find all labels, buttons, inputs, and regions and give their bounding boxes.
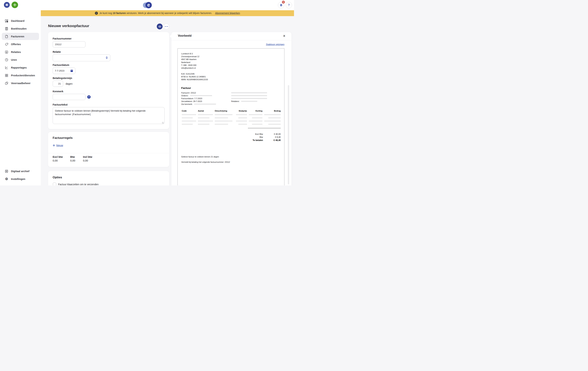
sidebar-item-boekhouden[interactable]: Boekhouden [2,25,39,32]
excl-btw-value: 0,00 [53,159,70,162]
subscription-banner: ! Je kunt nog 10 facturen versturen. Wer… [41,10,294,16]
banner-text: Je kunt nog 10 facturen versturen. Werk … [99,12,212,15]
relatie-placeholder [231,95,267,96]
te-betalen-value: € 48,40 [263,139,281,141]
sidebar: Dashboard Boekhouden Factureren Offertes… [0,10,41,185]
relatienr-label: Relatienr: [231,100,240,103]
invoice-icon [5,35,8,38]
page-title: Nieuwe verkoopfactuur [48,24,89,28]
factuurregels-title: Factuurregels [53,136,73,140]
relatie-placeholder [231,92,267,93]
menu-button[interactable] [4,2,10,8]
sidebar-item-label: Instellingen [11,178,25,180]
sidebar-item-label: Boekhouden [11,27,27,30]
calendar-icon [70,69,73,72]
logo-letter: e [147,3,150,7]
line-totals: Excl btw0,00 Btw0,00 Incl btw0,00 [53,155,92,162]
clock-icon [5,58,8,62]
sidebar-item-label: Factureren [11,35,24,38]
change-template-link[interactable]: Sjabloon wijzigen [266,43,284,46]
notification-count-badge: 5 [282,0,285,4]
upgrade-subscription-link[interactable]: Abonnement bijwerken [215,12,240,15]
contact-card-icon [5,50,8,54]
gear-icon: ⚙ [5,177,8,181]
sidebar-item-offertes[interactable]: Offertes [2,40,39,48]
factuur-klaarzetten-checkbox[interactable] [53,183,56,185]
te-betalen-label: Te betalen [240,139,263,141]
opties-card: Opties Factuur klaarzetten om te verzend… [48,171,169,185]
sidebar-item-relaties[interactable]: Relaties [2,48,39,56]
divider [171,40,292,40]
sidebar-item-label: Digitaal archief [11,170,30,173]
col-omschrijving: Omschrijving [215,110,234,112]
sidebar-item-label: Rapportages [11,66,27,69]
relatie-placeholder [231,98,267,99]
close-icon[interactable]: ✕ [282,33,286,39]
vault-icon [5,170,8,173]
company-registration-block: KvK: 51412345 BTW-nr: NL8500.12.345B01 I… [181,72,208,81]
placeholder-row [182,120,281,121]
sidebar-item-dashboard[interactable]: Dashboard [2,17,39,24]
col-korting: Korting [247,110,262,112]
sidebar-item-factureren[interactable]: Factureren [2,33,39,40]
factuurtekst-textarea[interactable]: Gelieve factuur te voldoen binnen [Betal… [53,107,165,124]
sidebar-item-label: Voorraadbeheer [11,82,31,85]
kenmerk-label: Kenmerk [53,90,63,93]
tag-icon [5,42,8,46]
factuurdatum-label: Factuurdatum [53,64,69,66]
sidebar-item-label: Uren [11,59,17,61]
chevron-updown-icon [105,56,108,59]
app-logo[interactable]: e [143,2,152,9]
help-button[interactable]: ? [286,2,292,8]
totals-rule [248,128,281,128]
chart-icon [5,66,8,70]
sidebar-item-producten-diensten[interactable]: Producten/diensten [2,72,39,79]
placeholder-row [182,117,281,118]
more-actions-button[interactable] [164,24,169,30]
relatie-label: Relatie [53,50,61,53]
preview-toggle-button[interactable] [157,24,163,30]
kenmerk-help-icon[interactable]: ? [87,95,91,99]
quick-add-button[interactable] [11,2,18,8]
invoice-lines-table: Code Aantal Omschrijving Stukprijs Korti… [182,110,281,125]
relatienr-placeholder [241,101,257,102]
invoice-footer-line: Gelieve factuur te voldoen binnen 21 dag… [181,156,219,158]
sidebar-item-label: Offertes [11,43,21,46]
placeholder-row [182,114,281,115]
plus-icon [13,3,16,6]
checkbox-label: Factuur klaarzetten om te verzenden [58,183,99,186]
panel-scrollbar[interactable] [288,85,289,184]
eye-icon [158,25,161,28]
invoice-totals: Excl Btw€ 40,00 Btw€ 8,40 Te betalen€ 48… [181,132,281,142]
panel-notch [170,35,173,38]
sidebar-item-digitaal-archief[interactable]: Digitaal archief [2,168,39,175]
btw-total-value: € 8,40 [263,136,281,138]
calculator-icon [5,27,8,30]
relatie-select[interactable] [53,54,110,61]
invoice-meta-left: Factuurnr: 23112 Ordernr: Factuurdatum: … [181,91,216,106]
textarea-resize-handle[interactable] [162,122,164,124]
placeholder-row [182,124,281,125]
betalingstermijn-label: Betalingstermijn [53,77,72,80]
factuurnummer-label: Factuurnummer [53,37,72,40]
add-line-link[interactable]: Nieuw [53,144,63,147]
opties-title: Opties [53,176,62,179]
invoice-title: Factuur [181,86,191,90]
sidebar-item-uren[interactable]: Uren [2,56,39,63]
factuurnummer-input[interactable] [53,41,85,48]
factuurdatum-input[interactable]: 7-7-2023 [53,68,75,74]
invoice-meta-right: Relatienr: [231,91,267,103]
plus-icon [53,144,55,147]
betalingstermijn-suffix: dagen [66,82,73,85]
divider [48,153,169,153]
sidebar-item-rapportages[interactable]: Rapportages [2,64,39,71]
sidebar-item-voorraadbeheer[interactable]: Voorraadbeheer [2,80,39,87]
col-code: Code [182,110,198,112]
ellipsis-icon [165,26,166,27]
btw-total-label: Btw [240,136,263,138]
logo-circle-dark: e [145,2,152,8]
betalingstermijn-input[interactable] [53,80,63,87]
factuurtekst-label: Factuurtekst [53,103,68,106]
kenmerk-input[interactable] [53,94,85,100]
sidebar-item-instellingen[interactable]: ⚙ Instellingen [2,175,39,183]
